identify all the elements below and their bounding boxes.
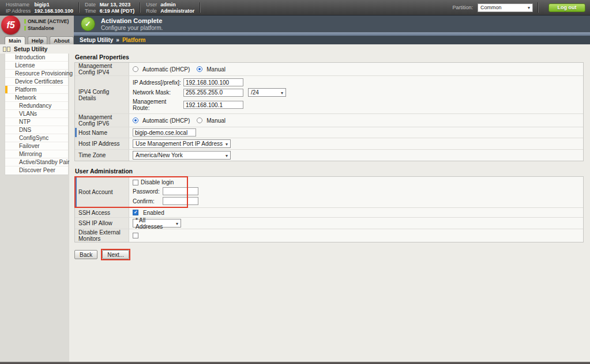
ip-address-value: 192.168.100.100: [34, 8, 73, 14]
sidebar-item-active-standby-pair[interactable]: Active/Standby Pair: [5, 158, 68, 166]
field-label: IPV4 Config Details: [75, 76, 129, 113]
sidebar-item-configsync[interactable]: ConfigSync: [5, 134, 68, 142]
field-label: SSH Access: [75, 208, 129, 217]
host-name-input[interactable]: [133, 128, 196, 136]
main-content: General Properties Management Config IPV…: [69, 44, 590, 362]
network-mask-input[interactable]: [183, 89, 243, 97]
sidebar-item-label: ConfigSync: [19, 135, 48, 141]
sidebar-item-failover[interactable]: Failover: [5, 142, 68, 150]
sidebar-item-label: VLANs: [19, 111, 37, 117]
ip-address-input[interactable]: [183, 78, 243, 86]
masthead: f5 ONLINE (ACTIVE) Standalone Activation…: [0, 16, 590, 36]
banner-text: Activation Complete Configure your platf…: [101, 17, 163, 31]
sidebar-item-label: Platform: [15, 86, 36, 93]
disable-login-checkbox[interactable]: [133, 180, 138, 185]
field-label: Host Name: [75, 127, 129, 138]
confirm-password-input[interactable]: [163, 197, 198, 205]
ssh-enabled-checkbox[interactable]: [133, 210, 138, 215]
sidebar-item-vlans[interactable]: VLANs: [5, 110, 68, 118]
date-label: Date: [85, 2, 96, 7]
field-label: Time Zone: [75, 150, 129, 161]
next-button[interactable]: Next...: [102, 250, 129, 259]
sidebar-item-platform[interactable]: Platform: [5, 86, 68, 94]
footer-actions: Back Next...: [74, 249, 584, 260]
row-ssh-access: SSH Access Enabled: [75, 208, 583, 218]
divider: [200, 2, 201, 13]
ipv4-automatic-dhcp-radio[interactable]: [133, 66, 138, 72]
field-label: Disable External Monitors: [75, 229, 129, 242]
ipv4-manual-radio[interactable]: [197, 66, 202, 72]
field-label: Management Config IPV6: [75, 114, 129, 127]
prefix-select[interactable]: /24: [248, 88, 286, 97]
checkbox-label: Disable login: [141, 179, 174, 185]
body-row: Setup Utility Introduction License Resou…: [0, 44, 590, 362]
password-input[interactable]: [163, 187, 198, 195]
date-value: Mar 13, 2023: [100, 2, 135, 7]
role-value: Administrator: [160, 8, 194, 14]
sidebar-item-redundancy[interactable]: Redundancy: [5, 102, 68, 110]
tabs-area: Main Help About: [0, 36, 74, 44]
partition-area: Partition: Common Log out: [452, 2, 585, 13]
sidebar-item-license[interactable]: License: [5, 62, 68, 70]
breadcrumb: Setup Utility » Platform: [74, 36, 590, 44]
time-zone-select-value: America/New York: [136, 152, 183, 158]
activation-banner-area: Activation Complete Configure your platf…: [74, 16, 590, 36]
sidebar-item-label: Discover Peer: [19, 167, 55, 173]
tab-about[interactable]: About: [50, 36, 73, 44]
divider: [140, 2, 141, 13]
expand-collapse-icon[interactable]: [3, 47, 10, 52]
user-administration-table: Root Account Disable login Password: Con…: [74, 176, 584, 242]
field-label: SSH IP Allow: [75, 218, 129, 229]
back-button[interactable]: Back: [74, 250, 97, 259]
sidebar-item-mirroring[interactable]: Mirroring: [5, 150, 68, 158]
chevron-down-icon: [279, 89, 283, 96]
ssh-ip-allow-select[interactable]: * All Addresses: [133, 219, 181, 227]
sidebar-item-dns[interactable]: DNS: [5, 126, 68, 134]
row-host-name: Host Name: [75, 127, 583, 138]
time-label: Time: [85, 8, 96, 14]
tab-help[interactable]: Help: [28, 36, 48, 44]
checkbox-label: Enabled: [143, 210, 164, 216]
f5-logo: f5: [1, 16, 20, 35]
ipv6-automatic-dhcp-radio[interactable]: [133, 117, 138, 123]
host-ip-address-select[interactable]: Use Management Port IP Address: [133, 139, 231, 148]
status-green-bar-icon: [24, 19, 26, 24]
breadcrumb-current: Platform: [122, 37, 146, 43]
partition-select[interactable]: Common: [478, 3, 533, 12]
disable-external-monitors-checkbox[interactable]: [133, 233, 138, 238]
user-info-group: User admin Role Administrator: [146, 2, 194, 14]
f5-logo-text: f5: [6, 20, 14, 31]
hostname-label: Hostname: [6, 2, 31, 7]
row-ssh-ip-allow: SSH IP Allow * All Addresses: [75, 218, 583, 229]
breadcrumb-separator: »: [116, 37, 119, 43]
sidebar-item-discover-peer[interactable]: Discover Peer: [5, 166, 68, 175]
sidebar-item-resource-provisioning[interactable]: Resource Provisioning: [5, 70, 68, 78]
sidebar-item-label: Device Certificates: [15, 78, 63, 85]
sidebar-item-device-certificates[interactable]: Device Certificates: [5, 78, 68, 86]
sidebar-item-label: DNS: [19, 127, 31, 133]
field-label: Management Config IPV4: [75, 63, 129, 75]
sidebar-item-label: Redundancy: [19, 103, 51, 109]
ipv6-manual-radio[interactable]: [197, 117, 202, 123]
divider: [78, 2, 80, 13]
row-root-account: Root Account Disable login Password: Con…: [75, 177, 583, 208]
device-status: ONLINE (ACTIVE) Standalone: [24, 18, 69, 32]
row-disable-external-monitors: Disable External Monitors: [75, 229, 583, 242]
management-route-input[interactable]: [183, 101, 243, 109]
row-time-zone: Time Zone America/New York: [75, 150, 583, 161]
sidebar-item-ntp[interactable]: NTP: [5, 118, 68, 126]
status-standalone-text: Standalone: [28, 25, 54, 32]
system-bar: Hostname bigip1 IP Address 192.168.100.1…: [0, 0, 590, 16]
tab-main[interactable]: Main: [5, 36, 25, 44]
time-zone-select[interactable]: America/New York: [133, 151, 231, 160]
sidebar-header: Setup Utility: [0, 44, 69, 54]
ip-address-sublabel: IP Address[/prefix]:: [133, 79, 183, 86]
logout-button[interactable]: Log out: [548, 3, 585, 12]
chevron-down-icon: [223, 152, 228, 158]
sidebar-title: Setup Utility: [14, 46, 47, 52]
sidebar-item-introduction[interactable]: Introduction: [5, 54, 68, 62]
sidebar-item-label: Failover: [19, 143, 40, 149]
sidebar-item-network[interactable]: Network: [5, 94, 68, 102]
breadcrumb-root[interactable]: Setup Utility: [80, 37, 113, 43]
confirm-sublabel: Confirm:: [133, 198, 163, 204]
